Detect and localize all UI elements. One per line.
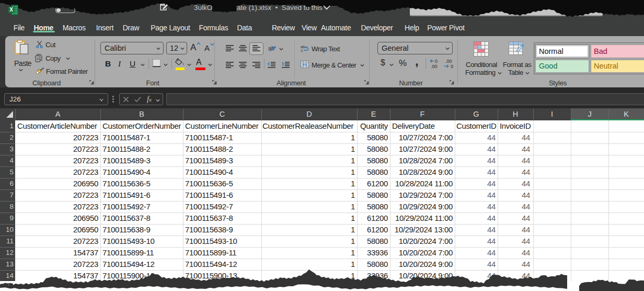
svg-text:.00: .00 <box>431 64 438 69</box>
svg-text:.00: .00 <box>445 59 452 64</box>
svg-text:0: 0 <box>435 59 438 64</box>
svg-text:0: 0 <box>451 64 453 69</box>
svg-text:c: c <box>301 48 303 52</box>
svg-text:X: X <box>9 7 13 13</box>
